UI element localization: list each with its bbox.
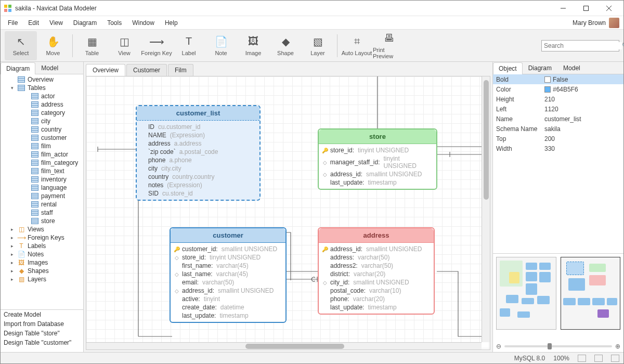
layout-icon-1[interactable] [578,355,586,362]
right-tab-model[interactable]: Model [557,62,586,74]
svg-rect-50 [32,193,38,199]
menu-diagram[interactable]: Diagram [68,18,102,28]
user-name: Mary Brown [573,19,606,27]
right-tab-object[interactable]: Object [493,62,523,74]
menu-view[interactable]: View [44,18,68,28]
zoom-slider[interactable]: ⊖ ⊕ [496,343,620,350]
sidebar-tab-model[interactable]: Model [35,62,64,74]
property-grid[interactable]: BoldFalseColor#64B5F6Height210Left1120Na… [493,74,623,153]
tree-item-overview[interactable]: Overview [1,75,83,84]
key-icon: 🔑 [322,148,328,153]
history-item[interactable]: Design Table "customer" [1,338,83,347]
property-color[interactable]: Color#64B5F6 [493,84,623,94]
layout-icon-3[interactable] [611,355,619,362]
tree-item-film_text[interactable]: film_text [1,167,83,175]
canvas-tab-overview[interactable]: Overview [86,64,125,76]
property-left[interactable]: Left1120 [493,104,623,114]
right-tab-diagram[interactable]: Diagram [523,62,557,74]
tree-item-views[interactable]: ▸◫Views [1,225,83,233]
user-info[interactable]: Mary Brown [573,18,621,28]
tool-label[interactable]: TLabel [173,31,205,60]
tree-item-inventory[interactable]: inventory [1,175,83,184]
entity-customer-list[interactable]: customer_list IDcu.customer_idNAME(Expre… [136,105,261,201]
property-bold[interactable]: BoldFalse [493,74,623,84]
tree-item-city[interactable]: city [1,117,83,125]
column-row: address2:varchar(50) [322,262,431,270]
search-input[interactable] [544,42,622,49]
property-width[interactable]: Width330 [493,144,623,153]
tool-table[interactable]: ▦Table [76,31,108,60]
tree-item-country[interactable]: country [1,125,83,134]
tree-item-notes[interactable]: ▸📄Notes [1,250,83,258]
tree-item-staff[interactable]: staff [1,209,83,217]
zoom-out-icon[interactable]: ⊖ [496,343,501,350]
zoom-in-icon[interactable]: ⊕ [615,343,620,350]
note-icon: 📄 [215,35,227,48]
menu-tools[interactable]: Tools [102,18,127,28]
tree-item-film_actor[interactable]: film_actor [1,150,83,159]
label-icon: T [183,35,195,48]
tree-item-actor[interactable]: actor [1,92,83,100]
tree-item-address[interactable]: address [1,100,83,109]
entity-customer[interactable]: customer 🔑customer_id:smallint UNSIGNED◇… [170,227,287,323]
menu-file[interactable]: File [3,18,23,28]
tree-view[interactable]: Overview▾Tablesactoraddresscategorycityc… [1,74,83,309]
tree-item-rental[interactable]: rental [1,200,83,209]
tool-autolayout[interactable]: ⌗Auto Layout [341,31,373,60]
menu-help[interactable]: Help [160,18,183,28]
column-row: create_date:datetime [174,303,282,311]
tree-item-foreign-keys[interactable]: ▸⟶Foreign Keys [1,233,83,242]
vertical-scrollbar[interactable] [482,76,490,342]
tool-image[interactable]: 🖼Image [237,31,269,60]
svg-rect-23 [32,119,38,124]
column-row: SIDcu.store_id [140,189,256,198]
tool-view[interactable]: ◫View [108,31,140,60]
layout-icon-2[interactable] [594,355,603,362]
tool-move[interactable]: ✋Move [37,31,69,60]
tree-item-store[interactable]: store [1,217,83,225]
search-box[interactable]: 🔍 [541,40,619,51]
menu-edit[interactable]: Edit [23,18,44,28]
menu-window[interactable]: Window [127,18,160,28]
close-button[interactable] [597,1,620,16]
canvas-tab-film[interactable]: Film [168,64,193,76]
tree-item-tables[interactable]: ▾Tables [1,84,83,92]
history-item[interactable]: Import from Database [1,319,83,329]
entity-address[interactable]: address 🔑address_id:smallint UNSIGNEDadd… [318,227,435,315]
tree-item-film_category[interactable]: film_category [1,159,83,167]
minimap[interactable]: ⊖ ⊕ [493,253,623,352]
tool-foreignkey[interactable]: ⟶Foreign Key [140,31,173,60]
shape-icon: ◆ [279,35,292,48]
horizontal-scrollbar[interactable] [86,342,482,349]
history-item[interactable]: Create Model [1,310,83,319]
history-item[interactable]: Design Table "store" [1,329,83,338]
minimize-button[interactable] [552,1,575,16]
maximize-button[interactable] [575,1,597,16]
property-top[interactable]: Top200 [493,134,623,144]
tree-item-images[interactable]: ▸🖼Images [1,258,83,267]
tree-item-customer[interactable]: customer [1,134,83,142]
property-schema-name[interactable]: Schema Namesakila [493,124,623,134]
diagram-canvas[interactable]: customer_list IDcu.customer_idNAME(Expre… [86,76,490,349]
tool-select[interactable]: ↖Select [5,31,37,60]
tree-item-category[interactable]: category [1,109,83,117]
tool-printpreview[interactable]: 🖶Print Preview [373,31,405,60]
history-panel[interactable]: Create ModelImport from DatabaseDesign T… [1,309,83,352]
canvas-tab-customer[interactable]: Customer [126,64,167,76]
search-icon: 🔍 [622,42,624,49]
tool-shape[interactable]: ◆Shape [269,31,302,60]
property-height[interactable]: Height210 [493,94,623,104]
tree-item-shapes[interactable]: ▸◆Shapes [1,267,83,275]
tree-item-layers[interactable]: ▸▧Layers [1,275,83,283]
tool-layer[interactable]: ▧Layer [302,31,334,60]
sidebar-tab-diagram[interactable]: Diagram [1,62,35,74]
property-name[interactable]: Namecustomer_list [493,114,623,124]
tool-note[interactable]: 📄Note [205,31,237,60]
window-title: sakila - Navicat Data Modeler [15,5,97,12]
diamond-icon: ◇ [322,280,328,285]
tree-item-language[interactable]: language [1,184,83,192]
tree-item-film[interactable]: film [1,142,83,150]
tree-item-payment[interactable]: payment [1,192,83,200]
entity-store[interactable]: store 🔑store_id:tinyint UNSIGNED◇manager… [318,128,437,190]
tree-item-labels[interactable]: ▸TLabels [1,242,83,250]
